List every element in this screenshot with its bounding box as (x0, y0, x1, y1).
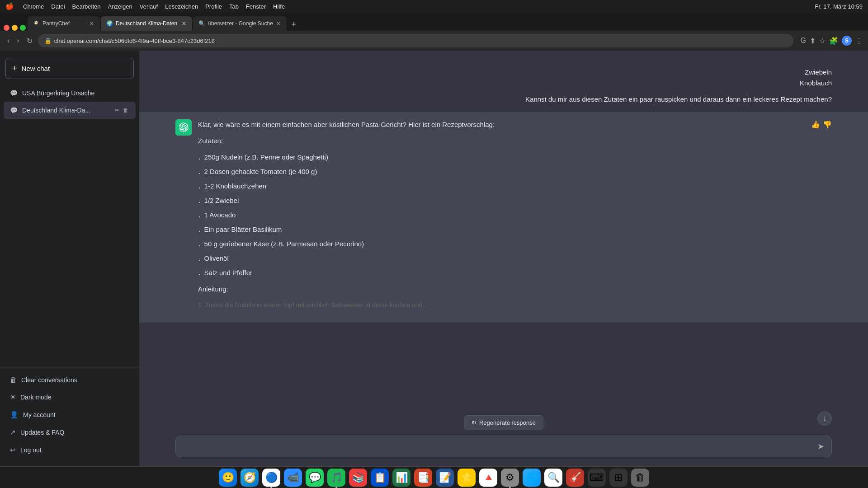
send-button[interactable]: ➤ (817, 441, 824, 451)
thumbs-up-icon[interactable]: 👍 (811, 120, 820, 129)
dock-notes[interactable]: ⭐ (458, 469, 476, 487)
chat-item-usa[interactable]: 💬 USA Bürgerkrieg Ursache (4, 85, 136, 101)
external-link-icon: ↗ (10, 428, 16, 436)
tab-title-uebersetzer: übersetzer - Google Suche (208, 20, 273, 27)
dock-search[interactable]: 🔍 (544, 469, 562, 487)
bookmark-icon[interactable]: ☆ (819, 37, 826, 45)
word-icon: 📝 (439, 472, 451, 483)
sidebar-bottom: 🗑 Clear conversations ☀ Dark mode 👤 My a… (0, 367, 139, 463)
maximize-window-btn[interactable] (20, 25, 26, 31)
dock-whatsapp[interactable]: 💬 (306, 469, 324, 487)
chat-item-deutschland[interactable]: 💬 Deutschland Klima-Da... ✏ 🗑 (4, 102, 136, 119)
menu-dots-icon[interactable]: ⋮ (855, 37, 863, 45)
logout-item[interactable]: ↩ Log out (4, 441, 136, 459)
dock-powerpoint[interactable]: 📑 (414, 469, 432, 487)
dock-settings[interactable]: ⚙ (501, 469, 519, 487)
regenerate-response-button[interactable]: ↻ Regenerate response (464, 415, 543, 430)
dock-maps[interactable]: 🌐 (523, 469, 541, 487)
new-tab-button[interactable]: + (288, 18, 300, 31)
menu-profile[interactable]: Profile (205, 3, 222, 10)
updates-faq-item[interactable]: ↗ Updates & FAQ (4, 424, 136, 441)
input-box: ➤ (175, 436, 832, 457)
dock-word[interactable]: 📝 (436, 469, 454, 487)
dock-zoom[interactable]: 📹 (284, 469, 302, 487)
tab-bar: 🍳 PantryChef ✕ 🌍 Deutschland Klima-Daten… (0, 13, 868, 31)
settings-icon: ⚙ (505, 472, 514, 483)
dock-control[interactable]: ⌨ (588, 469, 606, 487)
logout-icon: ↩ (10, 446, 16, 454)
menu-bearbeiten[interactable]: Bearbeiten (72, 3, 101, 10)
edit-icon[interactable]: ✏ (114, 106, 120, 114)
chat-input[interactable] (183, 443, 813, 450)
dock-mission-control[interactable]: ⊞ (609, 469, 627, 487)
reload-button[interactable]: ↻ (25, 35, 34, 47)
scroll-down-button[interactable]: ↓ (817, 411, 832, 426)
menu-bar: 🍎 Chrome Datei Bearbeiten Anzeigen Verla… (0, 0, 868, 13)
menu-fenster[interactable]: Fenster (246, 3, 266, 10)
apple-menu[interactable]: 🍎 (5, 2, 14, 10)
tab-klima[interactable]: 🌍 Deutschland Klima-Daten. ✕ (101, 16, 192, 31)
tab-close-pantry[interactable]: ✕ (89, 20, 94, 27)
forward-button[interactable]: › (15, 35, 21, 47)
zoom-icon: 📹 (287, 472, 299, 483)
dock-stacks[interactable]: 📚 (349, 469, 367, 487)
dock-gdrive[interactable]: 🔺 (479, 469, 497, 487)
ingredient-5: Ein paar Blätter Basilikum (198, 224, 542, 237)
clock: Fr. 17. März 10:59 (815, 3, 863, 10)
menu-chrome[interactable]: Chrome (23, 3, 44, 10)
tab-favicon-klima: 🌍 (106, 20, 113, 27)
dark-mode-item[interactable]: ☀ Dark mode (4, 389, 136, 406)
ingredients-list: 250g Nudeln (z.B. Penne oder Spaghetti) … (198, 152, 542, 280)
menu-verlauf[interactable]: Verlauf (140, 3, 158, 10)
browser-chrome: 🍳 PantryChef ✕ 🌍 Deutschland Klima-Daten… (0, 13, 868, 51)
maps-icon: 🌐 (526, 472, 538, 483)
ingredient-8: Salz und Pfeffer (198, 267, 542, 280)
menu-datei[interactable]: Datei (51, 3, 65, 10)
tab-close-klima[interactable]: ✕ (181, 20, 187, 27)
minimize-window-btn[interactable] (12, 25, 18, 31)
tab-uebersetzer[interactable]: 🔍 übersetzer - Google Suche ✕ (193, 16, 286, 31)
menu-hilfe[interactable]: Hilfe (273, 3, 285, 10)
chat-title-usa: USA Bürgerkrieg Ursache (22, 89, 129, 97)
delete-icon[interactable]: 🗑 (122, 106, 129, 114)
chrome-active-dot (270, 487, 272, 488)
excel-icon: 📊 (396, 472, 408, 483)
clear-conversations-item[interactable]: 🗑 Clear conversations (4, 371, 136, 388)
new-chat-button[interactable]: + New chat (5, 58, 134, 79)
assistant-content: Klar, wie wäre es mit einem einfachen ab… (198, 119, 542, 315)
dock-finder[interactable]: 🙂 (219, 469, 237, 487)
chat-actions-deutschland: ✏ 🗑 (114, 106, 129, 114)
dock-chrome[interactable]: 🔵 (262, 469, 280, 487)
my-account-label: My account (23, 411, 56, 418)
dock-music[interactable]: 🎸 (566, 469, 584, 487)
google-icon[interactable]: G (801, 37, 806, 45)
back-button[interactable]: ‹ (5, 35, 11, 47)
menu-tab[interactable]: Tab (229, 3, 239, 10)
my-account-item[interactable]: 👤 My account (4, 406, 136, 423)
message-actions: 👍 👎 (811, 119, 832, 129)
tab-pantry[interactable]: 🍳 PantryChef ✕ (28, 16, 100, 31)
url-bar[interactable]: 🔒 chat.openai.com/chat/c506dfd6-4f9a-40f… (38, 34, 793, 47)
thumbs-down-icon[interactable]: 👎 (823, 120, 832, 129)
dock-trash[interactable]: 🗑 (631, 469, 649, 487)
assistant-message: Klar, wie wäre es mit einem einfachen ab… (139, 112, 868, 323)
gdrive-icon: 🔺 (482, 472, 495, 483)
stacks-icon: 📚 (352, 472, 364, 483)
clear-conversations-label: Clear conversations (21, 376, 77, 384)
menu-anzeigen[interactable]: Anzeigen (108, 3, 132, 10)
tab-close-uebersetzer[interactable]: ✕ (276, 20, 281, 27)
tab-favicon-pantry: 🍳 (33, 20, 40, 27)
trash-dock-icon: 🗑 (635, 472, 645, 483)
share-icon[interactable]: ⬆ (810, 37, 816, 45)
dock-spotify[interactable]: 🎵 (327, 469, 345, 487)
extension-icon[interactable]: 🧩 (829, 37, 838, 45)
profile-icon[interactable]: S (842, 36, 852, 46)
dock-excel[interactable]: 📊 (392, 469, 410, 487)
browser-actions: G ⬆ ☆ 🧩 S ⋮ (801, 36, 863, 46)
dock-safari[interactable]: 🧭 (241, 469, 259, 487)
menu-lesezeichen[interactable]: Lesezeichen (165, 3, 198, 10)
tab-favicon-uebersetzer: 🔍 (198, 20, 205, 27)
chat-messages: Zwiebeln Knoblauch Kannst du mir aus die… (139, 51, 868, 430)
dock-trello[interactable]: 📋 (371, 469, 389, 487)
close-window-btn[interactable] (4, 25, 9, 31)
